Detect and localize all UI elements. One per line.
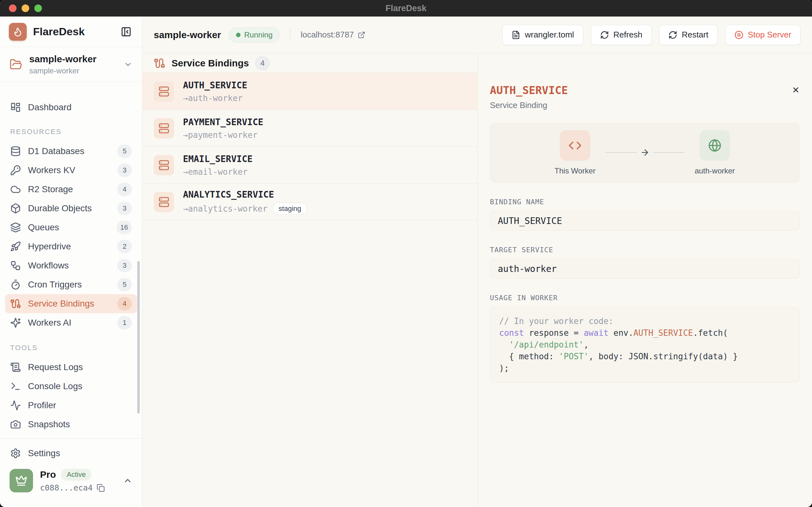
code-icon — [560, 130, 590, 161]
bindings-list-header: Service Bindings 4 — [142, 53, 477, 73]
connector — [605, 137, 685, 168]
sidebar-item-workers-ai[interactable]: Workers AI 1 — [5, 313, 137, 332]
sidebar-item-snapshots[interactable]: Snapshots — [5, 415, 137, 434]
key-icon — [10, 165, 21, 176]
minimize-window-button[interactable] — [21, 4, 29, 12]
main-area: sample-worker Running localhost:8787 wra… — [142, 16, 812, 507]
sidebar-item-console-logs[interactable]: Console Logs — [5, 377, 137, 396]
stop-server-button[interactable]: Stop Server — [725, 25, 801, 45]
zoom-window-button[interactable] — [34, 4, 42, 12]
binding-name-field[interactable]: AUTH_SERVICE — [490, 211, 800, 231]
cloud-icon — [10, 184, 21, 195]
copy-account-id-button[interactable] — [97, 484, 105, 492]
flame-icon — [13, 27, 23, 37]
binding-name-label: BINDING NAME — [490, 198, 800, 206]
account-id: c088...eca4 — [40, 483, 93, 492]
arrow-right-icon — [640, 148, 650, 157]
arrow-glyph: → — [183, 94, 188, 103]
plan-card[interactable]: Pro Active c088...eca4 — [9, 468, 132, 492]
sidebar-scrollbar-thumb[interactable] — [137, 261, 140, 413]
close-window-button[interactable] — [9, 4, 16, 12]
count-badge: 2 — [117, 240, 132, 253]
sparkles-icon — [10, 317, 21, 328]
dashboard-icon — [10, 102, 21, 113]
sidebar-item-dashboard[interactable]: Dashboard — [5, 98, 137, 117]
detail-title: AUTH_SERVICE — [490, 84, 568, 97]
arrow-glyph: → — [183, 167, 188, 177]
activity-icon — [10, 400, 21, 411]
gear-icon — [10, 448, 21, 459]
sidebar-item-cron-triggers[interactable]: Cron Triggers 5 — [5, 275, 137, 294]
chevron-up-icon — [123, 476, 132, 486]
restart-button[interactable]: Restart — [659, 25, 718, 45]
server-icon — [154, 192, 174, 212]
sidebar-item-secrets-variables[interactable]: Secrets & Variables — [5, 434, 137, 438]
count-badge: 4 — [117, 297, 132, 311]
close-icon — [792, 86, 800, 94]
bindings-count-badge: 4 — [255, 56, 270, 70]
workflow-icon — [10, 260, 21, 271]
target-label: auth-worker — [695, 166, 735, 175]
workspace-selector[interactable]: sample-worker sample-worker — [0, 47, 142, 82]
server-icon — [154, 81, 174, 102]
box-icon — [10, 203, 21, 214]
sidebar: FlareDesk sample-worker sample-worker Da… — [0, 16, 142, 507]
binding-row-email-service[interactable]: EMAIL_SERVICE → email-worker — [142, 147, 477, 184]
rocket-icon — [10, 241, 21, 252]
sidebar-item-durable-objects[interactable]: Durable Objects 3 — [5, 199, 137, 218]
localhost-link[interactable]: localhost:8787 — [300, 30, 365, 40]
target-service-label: TARGET SERVICE — [490, 246, 800, 254]
server-icon — [154, 155, 174, 175]
traffic-lights — [9, 0, 42, 16]
count-badge: 1 — [117, 316, 132, 329]
app-logo — [9, 23, 27, 41]
sidebar-item-r2-storage[interactable]: R2 Storage 4 — [5, 180, 137, 199]
timer-icon — [10, 279, 21, 290]
usage-code-block: // In your worker code: const response =… — [490, 307, 800, 383]
sidebar-item-settings[interactable]: Settings — [5, 444, 137, 463]
divider — [290, 28, 290, 42]
bindings-title: Service Bindings — [172, 58, 249, 69]
titlebar: FlareDesk — [0, 0, 812, 16]
binding-diagram: This Worker auth-worker — [490, 123, 800, 183]
sidebar-item-d1-databases[interactable]: D1 Databases 5 — [5, 142, 137, 161]
binding-target: auth-worker — [188, 94, 243, 103]
source-label: This Worker — [555, 166, 596, 175]
window-title: FlareDesk — [385, 3, 426, 13]
binding-row-analytics-service[interactable]: ANALYTICS_SERVICE → analytics-worker sta… — [142, 184, 477, 220]
close-panel-button[interactable] — [792, 86, 800, 94]
binding-row-payment-service[interactable]: PAYMENT_SERVICE → payment-worker — [142, 110, 477, 147]
workspace-project: sample-worker — [29, 66, 97, 75]
sidebar-item-queues[interactable]: Queues 16 — [5, 218, 137, 237]
sidebar-item-request-logs[interactable]: Request Logs — [5, 358, 137, 377]
binding-row-auth-service[interactable]: AUTH_SERVICE → auth-worker — [142, 73, 477, 110]
binding-target: payment-worker — [188, 130, 257, 140]
plan-status-badge: Active — [61, 468, 92, 481]
sidebar-item-workers-kv[interactable]: Workers KV 3 — [5, 161, 137, 180]
refresh-button[interactable]: Refresh — [591, 25, 651, 45]
sidebar-header: FlareDesk — [0, 16, 142, 47]
sidebar-nav: Dashboard RESOURCES D1 Databases 5 Worke… — [0, 82, 142, 438]
target-service-field[interactable]: auth-worker — [490, 259, 800, 279]
env-badge: staging — [273, 203, 307, 215]
stop-circle-icon — [735, 31, 743, 39]
camera-icon — [10, 419, 21, 430]
arrow-glyph: → — [183, 130, 188, 140]
database-icon — [10, 146, 21, 157]
sidebar-item-service-bindings[interactable]: Service Bindings 4 — [5, 294, 137, 313]
cable-icon — [10, 298, 21, 309]
sidebar-item-profiler[interactable]: Profiler — [5, 396, 137, 415]
sidebar-item-workflows[interactable]: Workflows 3 — [5, 256, 137, 275]
sidebar-item-hyperdrive[interactable]: Hyperdrive 2 — [5, 237, 137, 256]
binding-detail-panel: AUTH_SERVICE Service Binding This Worker — [477, 53, 812, 507]
layers-icon — [10, 222, 21, 233]
running-dot — [236, 33, 240, 37]
globe-icon — [700, 130, 730, 161]
wrangler-toml-button[interactable]: wrangler.toml — [502, 25, 583, 45]
folder-open-icon — [9, 58, 22, 71]
detail-subtitle: Service Binding — [490, 100, 568, 110]
count-badge: 5 — [117, 278, 132, 291]
plan-name: Pro — [40, 469, 56, 480]
collapse-sidebar-button[interactable] — [119, 25, 133, 39]
terminal-icon — [10, 381, 21, 392]
